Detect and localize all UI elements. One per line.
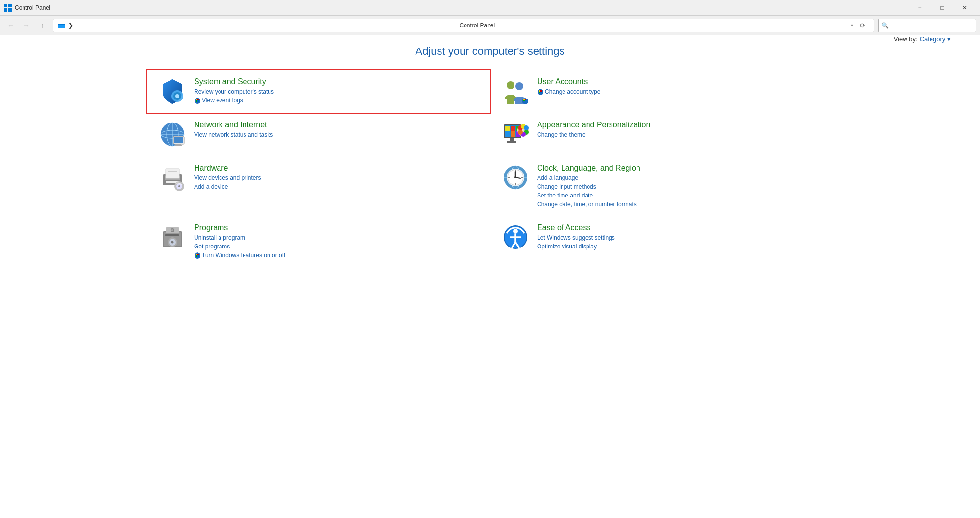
svg-rect-83	[197, 255, 199, 257]
svg-rect-16	[523, 99, 525, 100]
hardware-title[interactable]: Hardware	[194, 164, 261, 173]
svg-rect-36	[511, 126, 515, 131]
ease-of-access-text: Ease of Access Let Windows suggest setti…	[537, 223, 615, 250]
app-icon	[4, 4, 12, 12]
svg-rect-42	[507, 141, 516, 143]
programs-title[interactable]: Programs	[194, 223, 285, 232]
svg-rect-30	[174, 137, 183, 143]
ease-of-access-link-2[interactable]: Optimize visual display	[537, 243, 615, 250]
clock-language-link-3[interactable]: Set the time and date	[537, 192, 640, 199]
window-title: Control Panel	[15, 4, 50, 11]
svg-rect-53	[168, 171, 177, 172]
address-path: ❯	[68, 22, 457, 29]
clock-language-icon	[502, 164, 529, 191]
category-user-accounts[interactable]: User Accounts Change account type	[490, 70, 833, 113]
refresh-button[interactable]: ⟳	[856, 19, 870, 32]
user-accounts-title[interactable]: User Accounts	[537, 77, 600, 86]
minimize-button[interactable]: −	[908, 0, 931, 16]
close-button[interactable]: ✕	[954, 0, 976, 16]
svg-rect-12	[196, 100, 197, 102]
appearance-link-1[interactable]: Change the theme	[537, 131, 650, 138]
category-system-security[interactable]: System and Security Review your computer…	[146, 69, 491, 114]
network-internet-text: Network and Internet View network status…	[194, 121, 273, 138]
user-accounts-icon	[502, 77, 529, 105]
svg-rect-22	[539, 92, 540, 93]
category-appearance[interactable]: Appearance and Personalization Change th…	[490, 113, 833, 156]
svg-point-9	[175, 94, 179, 98]
address-field[interactable]: ❯ Control Panel ▾ ⟳	[53, 19, 874, 32]
svg-rect-38	[505, 131, 510, 137]
svg-rect-41	[510, 138, 514, 141]
svg-rect-39	[511, 131, 515, 137]
svg-rect-31	[176, 144, 181, 145]
clock-language-title[interactable]: Clock, Language, and Region	[537, 164, 640, 173]
ease-of-access-link-1[interactable]: Let Windows suggest settings	[537, 234, 615, 241]
restore-button[interactable]: □	[931, 0, 954, 16]
svg-rect-17	[525, 99, 526, 100]
svg-point-76	[172, 241, 174, 244]
hardware-link-1[interactable]: View devices and printers	[194, 174, 261, 181]
category-network-internet[interactable]: Network and Internet View network status…	[147, 113, 490, 156]
address-chevron-icon: ▾	[851, 23, 853, 28]
search-box[interactable]: 🔍	[878, 19, 976, 32]
system-security-icon	[159, 77, 186, 105]
system-security-link-2[interactable]: View event logs	[194, 97, 274, 104]
system-security-title[interactable]: System and Security	[194, 77, 274, 86]
programs-link-3[interactable]: Turn Windows features on or off	[194, 252, 285, 259]
svg-point-86	[513, 229, 518, 234]
hardware-text: Hardware View devices and printers Add a…	[194, 164, 261, 190]
window-controls: − □ ✕	[908, 0, 976, 16]
svg-rect-82	[196, 255, 197, 257]
category-ease-of-access[interactable]: Ease of Access Let Windows suggest setti…	[490, 216, 833, 267]
user-accounts-link-1[interactable]: Change account type	[537, 88, 600, 95]
appearance-icon	[502, 121, 529, 148]
svg-rect-20	[539, 90, 540, 92]
svg-point-46	[524, 125, 529, 130]
up-button[interactable]: ↑	[35, 19, 49, 32]
back-button[interactable]: ←	[4, 19, 18, 32]
forward-button[interactable]: →	[20, 19, 33, 32]
address-label: Control Panel	[460, 22, 848, 29]
svg-rect-32	[175, 145, 182, 146]
category-programs[interactable]: Programs Uninstall a program Get program…	[147, 216, 490, 267]
clock-language-link-4[interactable]: Change date, time, or number formats	[537, 201, 640, 208]
svg-rect-1	[8, 4, 12, 7]
programs-icon	[159, 223, 186, 251]
programs-link-1[interactable]: Uninstall a program	[194, 234, 285, 241]
system-security-link-1[interactable]: Review your computer's status	[194, 88, 274, 95]
categories-grid: System and Security Review your computer…	[147, 70, 833, 267]
appearance-title[interactable]: Appearance and Personalization	[537, 121, 650, 129]
svg-rect-6	[58, 24, 61, 25]
svg-rect-81	[197, 254, 199, 255]
svg-rect-19	[525, 100, 526, 101]
programs-shield-icon	[194, 252, 201, 259]
svg-rect-21	[540, 90, 542, 92]
svg-point-66	[514, 176, 516, 178]
system-security-text: System and Security Review your computer…	[194, 77, 274, 104]
title-bar: Control Panel − □ ✕	[0, 0, 980, 16]
svg-point-14	[507, 81, 514, 89]
network-internet-link-1[interactable]: View network status and tasks	[194, 131, 273, 138]
svg-rect-18	[523, 100, 525, 101]
clock-language-link-1[interactable]: Add a language	[537, 174, 640, 181]
category-clock-language[interactable]: Clock, Language, and Region Add a langua…	[490, 156, 833, 216]
svg-rect-73	[165, 234, 179, 236]
svg-rect-3	[8, 8, 12, 12]
view-by-value[interactable]: Category ▾	[920, 35, 951, 43]
svg-rect-23	[540, 92, 542, 93]
network-internet-title[interactable]: Network and Internet	[194, 121, 273, 129]
ease-of-access-icon	[502, 223, 529, 251]
folder-icon	[57, 22, 65, 29]
hardware-icon	[159, 164, 186, 191]
svg-rect-54	[168, 173, 175, 173]
programs-link-2[interactable]: Get programs	[194, 243, 285, 250]
svg-rect-0	[4, 4, 7, 7]
shield-badge-icon	[194, 97, 201, 104]
svg-point-15	[515, 82, 523, 90]
ease-of-access-title[interactable]: Ease of Access	[537, 223, 615, 232]
hardware-link-2[interactable]: Add a device	[194, 183, 261, 190]
category-hardware[interactable]: Hardware View devices and printers Add a…	[147, 156, 490, 216]
title-bar-left: Control Panel	[4, 4, 50, 12]
address-bar: ← → ↑ ❯ Control Panel ▾ ⟳ 🔍	[0, 16, 980, 35]
clock-language-link-2[interactable]: Change input methods	[537, 183, 640, 190]
